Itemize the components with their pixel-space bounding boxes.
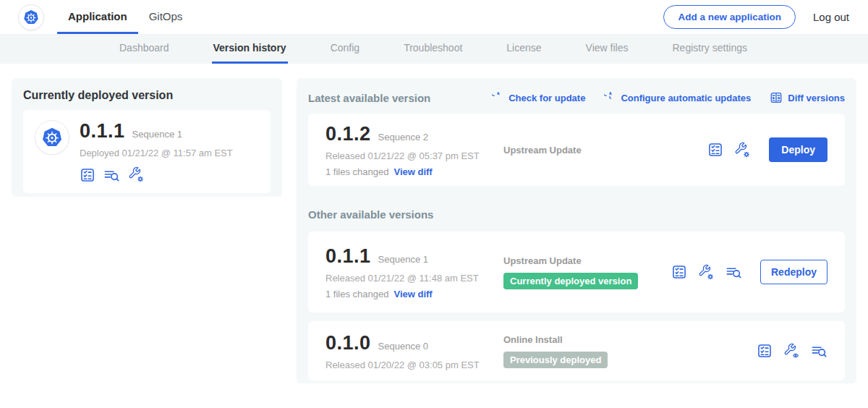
subnav-config[interactable]: Config bbox=[329, 34, 361, 64]
kubernetes-logo bbox=[18, 4, 44, 30]
deploy-logs-icon[interactable] bbox=[811, 343, 827, 359]
subnav-version-history[interactable]: Version history bbox=[212, 34, 288, 64]
other-versions-title: Other available versions bbox=[308, 208, 845, 221]
currently-deployed-badge: Currently deployed version bbox=[503, 273, 638, 289]
deployed-version-number: 0.1.1 bbox=[80, 120, 125, 143]
diff-versions-icon bbox=[770, 91, 783, 104]
subnav-registry-settings[interactable]: Registry settings bbox=[671, 34, 748, 64]
add-application-button[interactable]: Add a new application bbox=[663, 5, 796, 29]
header-right: Add a new application Log out bbox=[663, 0, 849, 34]
page-subnav: Dashboard Version history Config Trouble… bbox=[0, 34, 868, 64]
kots-admin-console: Application GitOps Add a new application… bbox=[0, 0, 868, 408]
subnav-dashboard[interactable]: Dashboard bbox=[118, 34, 171, 64]
deploy-logs-icon[interactable] bbox=[103, 167, 120, 183]
version-source: Upstream Update bbox=[503, 145, 707, 156]
currently-deployed-panel: Currently deployed version 0.1.1 Sequenc… bbox=[12, 78, 282, 197]
preflight-checks-icon[interactable] bbox=[707, 142, 723, 158]
view-diff-link[interactable]: View diff bbox=[393, 166, 432, 177]
preflight-checks-icon[interactable] bbox=[80, 167, 95, 183]
configure-automatic-updates-label: Configure automatic updates bbox=[621, 93, 751, 103]
deploy-button[interactable]: Deploy bbox=[769, 137, 827, 162]
version-number: 0.1.2 bbox=[326, 123, 371, 145]
preflight-checks-icon[interactable] bbox=[757, 343, 773, 359]
tab-application[interactable]: Application bbox=[57, 0, 138, 34]
files-changed: 1 files changed bbox=[326, 289, 388, 299]
tab-gitops[interactable]: GitOps bbox=[138, 0, 194, 34]
latest-version-header: Latest available version Check for updat… bbox=[308, 89, 845, 106]
released-timestamp: Released 01/21/22 @ 11:48 am EST bbox=[326, 273, 503, 284]
refresh-icon bbox=[492, 92, 503, 103]
auto-update-icon bbox=[604, 92, 616, 103]
app-nav-tabs: Application GitOps bbox=[57, 0, 193, 34]
version-number: 0.1.0 bbox=[326, 332, 371, 354]
edit-config-icon[interactable] bbox=[698, 264, 715, 281]
released-timestamp: Released 01/21/22 @ 05:37 pm EST bbox=[326, 150, 503, 161]
previously-deployed-badge: Previously deployed bbox=[503, 352, 608, 368]
version-sequence: Sequence 0 bbox=[378, 341, 428, 352]
version-actions: Check for update Configure automatic upd… bbox=[492, 91, 845, 104]
view-diff-link[interactable]: View diff bbox=[393, 289, 432, 299]
top-header: Application GitOps Add a new application… bbox=[0, 0, 868, 34]
version-source: Upstream Update bbox=[503, 255, 671, 266]
version-row-0-1-1: 0.1.1 Sequence 1 Released 01/21/22 @ 11:… bbox=[308, 231, 845, 313]
version-source: Online Install bbox=[503, 334, 757, 345]
preflight-checks-icon[interactable] bbox=[671, 264, 687, 280]
app-logo bbox=[35, 120, 69, 155]
edit-config-icon[interactable] bbox=[734, 142, 751, 158]
version-sequence: Sequence 1 bbox=[378, 254, 428, 265]
check-for-update-label: Check for update bbox=[509, 93, 585, 103]
deployed-version-card: 0.1.1 Sequence 1 Deployed 01/21/22 @ 11:… bbox=[23, 110, 271, 193]
edit-config-icon[interactable] bbox=[128, 166, 145, 183]
subnav-view-files[interactable]: View files bbox=[584, 34, 630, 64]
version-sequence: Sequence 2 bbox=[378, 132, 428, 143]
check-for-update-link[interactable]: Check for update bbox=[492, 92, 585, 103]
subnav-license[interactable]: License bbox=[505, 34, 542, 64]
deployed-sequence: Sequence 1 bbox=[132, 129, 182, 140]
deployed-timestamp: Deployed 01/21/22 @ 11:57 am EST bbox=[80, 148, 233, 158]
diff-versions-link[interactable]: Diff versions bbox=[770, 91, 845, 104]
logout-link[interactable]: Log out bbox=[813, 11, 849, 23]
version-history-panel: Latest available version Check for updat… bbox=[297, 78, 856, 383]
configure-automatic-updates-link[interactable]: Configure automatic updates bbox=[604, 92, 751, 103]
version-row-0-1-0: 0.1.0 Sequence 0 Released 01/20/22 @ 03:… bbox=[308, 321, 845, 381]
diff-versions-label: Diff versions bbox=[788, 93, 845, 103]
currently-deployed-title: Currently deployed version bbox=[23, 89, 271, 102]
subnav-troubleshoot[interactable]: Troubleshoot bbox=[402, 34, 464, 64]
released-timestamp: Released 01/20/22 @ 03:05 pm EST bbox=[326, 360, 503, 370]
latest-version-title: Latest available version bbox=[308, 92, 430, 104]
version-number: 0.1.1 bbox=[326, 245, 371, 268]
redeploy-button[interactable]: Redeploy bbox=[760, 260, 827, 284]
version-row-0-1-2: 0.1.2 Sequence 2 Released 01/21/22 @ 05:… bbox=[308, 114, 845, 186]
deploy-logs-icon[interactable] bbox=[726, 264, 742, 280]
files-changed: 1 files changed bbox=[326, 166, 388, 177]
view-config-icon[interactable] bbox=[783, 343, 800, 360]
